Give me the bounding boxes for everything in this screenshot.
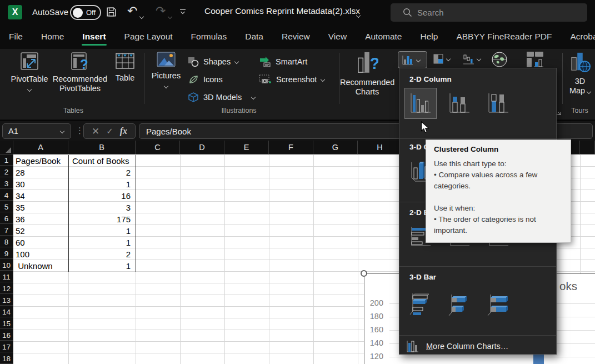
- pivottable-button[interactable]: PivotTable: [10, 51, 49, 93]
- row-header-14[interactable]: 14: [0, 306, 13, 317]
- row-header-1[interactable]: 1: [0, 154, 13, 166]
- cell-B1[interactable]: Count of Books: [69, 155, 133, 167]
- pivotchart-button[interactable]: [525, 51, 545, 68]
- name-box[interactable]: A1: [2, 123, 71, 139]
- row-header-16[interactable]: 16: [0, 330, 13, 341]
- cell-B4[interactable]: 16: [69, 190, 133, 202]
- tab-help[interactable]: Help: [419, 29, 439, 46]
- row-header-3[interactable]: 3: [0, 178, 13, 189]
- document-title-chevron-icon[interactable]: [357, 9, 360, 19]
- recommended-pivottables-button[interactable]: ? Recommended PivotTables: [51, 51, 109, 93]
- row-header-5[interactable]: 5: [0, 201, 13, 212]
- undo-dropdown-chevron-icon[interactable]: [140, 11, 143, 21]
- cell-B8[interactable]: 1: [69, 237, 133, 248]
- column-header-G[interactable]: G: [313, 141, 358, 154]
- excel-logo-icon[interactable]: X: [8, 5, 22, 19]
- row-header-8[interactable]: 8: [0, 236, 13, 247]
- row-header-10[interactable]: 10: [0, 260, 13, 271]
- pictures-button[interactable]: Pictures: [151, 51, 181, 90]
- cell-A5[interactable]: 35: [16, 202, 67, 213]
- cell-A9[interactable]: 100: [16, 248, 67, 260]
- cell-A4[interactable]: 34: [16, 190, 67, 202]
- column-header-A[interactable]: A: [13, 141, 68, 154]
- row-header-11[interactable]: 11: [0, 271, 13, 282]
- tab-home[interactable]: Home: [40, 29, 65, 46]
- row-header-9[interactable]: 9: [0, 248, 13, 259]
- redo-button[interactable]: ↷: [156, 4, 166, 18]
- cell-B3[interactable]: 1: [69, 178, 133, 190]
- tab-file[interactable]: File: [8, 29, 24, 46]
- column-header-D[interactable]: D: [180, 141, 224, 154]
- row-header-2[interactable]: 2: [0, 166, 13, 177]
- cell-A8[interactable]: 60: [16, 237, 67, 248]
- tab-acrobat[interactable]: Acrobat: [569, 29, 595, 46]
- 3d-map-button[interactable]: 3D Map: [567, 51, 593, 96]
- recommended-charts-button[interactable]: ? Recommended Charts: [340, 51, 394, 97]
- screenshot-button[interactable]: Screenshot: [259, 73, 324, 86]
- tab-insert[interactable]: Insert: [81, 29, 107, 46]
- tab-automate[interactable]: Automate: [364, 29, 403, 46]
- cell-B2[interactable]: 2: [69, 167, 133, 178]
- icons-button[interactable]: Icons: [188, 73, 223, 86]
- smartart-button[interactable]: SmartArt: [259, 55, 307, 68]
- shapes-button[interactable]: Shapes: [188, 55, 238, 68]
- row-header-6[interactable]: 6: [0, 213, 13, 224]
- cell-A1[interactable]: Pages/Book: [16, 155, 67, 167]
- row-header-4[interactable]: 4: [0, 190, 13, 201]
- cell-B6[interactable]: 175: [69, 213, 133, 225]
- menu-item-more-column-charts[interactable]: More Column Charts…: [399, 337, 556, 355]
- 3d-models-button[interactable]: 3D Models: [188, 91, 255, 104]
- row-header-18[interactable]: 18: [0, 353, 13, 364]
- tab-data[interactable]: Data: [244, 29, 264, 46]
- column-header-H[interactable]: H: [358, 141, 402, 154]
- select-all-button[interactable]: [0, 141, 13, 154]
- column-header-B[interactable]: B: [68, 141, 136, 154]
- column-header-12[interactable]: [580, 141, 595, 154]
- cell-B9[interactable]: 2: [69, 248, 133, 260]
- quick-access-toolbar-button[interactable]: [179, 8, 187, 18]
- insert-column-chart-button[interactable]: [398, 51, 427, 68]
- undo-button[interactable]: ↶: [127, 4, 137, 18]
- menu-item-3d-stacked-bar[interactable]: [444, 290, 475, 320]
- column-header-C[interactable]: C: [136, 141, 180, 154]
- row-header-13[interactable]: 13: [0, 295, 13, 306]
- menu-item-3d-100-stacked-bar[interactable]: [483, 290, 514, 320]
- save-button[interactable]: [106, 6, 117, 21]
- row-header-15[interactable]: 15: [0, 318, 13, 329]
- row-header-12[interactable]: 12: [0, 283, 13, 294]
- row-header-7[interactable]: 7: [0, 225, 13, 236]
- chart-resize-handle[interactable]: [361, 270, 367, 277]
- insert-map-chart-button[interactable]: [491, 51, 508, 68]
- menu-item-clustered-column[interactable]: [405, 88, 436, 118]
- menu-item-100-stacked-column[interactable]: [483, 88, 514, 118]
- cell-A6[interactable]: 36: [16, 213, 67, 225]
- insert-hierarchy-chart-button[interactable]: [433, 53, 450, 64]
- autosave-toggle[interactable]: Off: [70, 5, 101, 20]
- cell-A10[interactable]: Unknown: [16, 260, 67, 272]
- search-box[interactable]: [391, 3, 587, 22]
- cell-A3[interactable]: 30: [16, 178, 67, 190]
- tab-view[interactable]: View: [327, 29, 348, 46]
- row-header-17[interactable]: 17: [0, 341, 13, 352]
- cell-A7[interactable]: 52: [16, 225, 67, 237]
- cell-B5[interactable]: 3: [69, 202, 133, 213]
- tab-abbyy-finereader-pdf[interactable]: ABBYY FineReader PDF: [455, 29, 553, 46]
- tab-formulas[interactable]: Formulas: [190, 29, 228, 46]
- insert-function-button[interactable]: fx: [120, 126, 127, 136]
- cancel-entry-button[interactable]: ✕: [92, 126, 99, 137]
- document-title[interactable]: Cooper Comics Reprint Metadata(2).xlsx: [204, 6, 360, 16]
- confirm-entry-button[interactable]: ✓: [106, 126, 113, 136]
- tab-review[interactable]: Review: [281, 29, 311, 46]
- search-input[interactable]: [417, 6, 573, 19]
- cell-B10[interactable]: 1: [69, 260, 133, 272]
- tab-page-layout[interactable]: Page Layout: [123, 29, 174, 46]
- column-header-F[interactable]: F: [269, 141, 313, 154]
- menu-item-stacked-column[interactable]: [444, 88, 475, 118]
- column-header-E[interactable]: E: [224, 141, 269, 154]
- insert-waterfall-chart-button[interactable]: [462, 53, 481, 64]
- cell-A2[interactable]: 28: [16, 167, 67, 178]
- cell-B7[interactable]: 1: [69, 225, 133, 237]
- menu-item-3d-clustered-bar[interactable]: [405, 290, 436, 320]
- redo-dropdown-chevron-icon[interactable]: [168, 11, 172, 21]
- table-button[interactable]: Table: [111, 51, 139, 83]
